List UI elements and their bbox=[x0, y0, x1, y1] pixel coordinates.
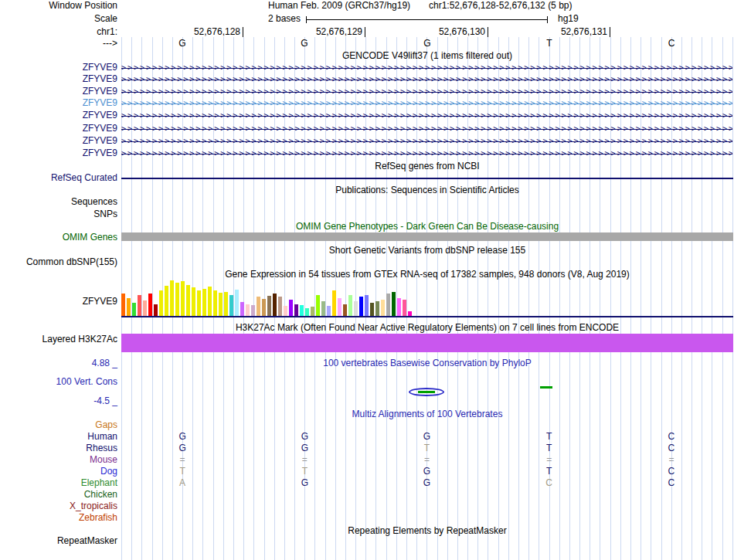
species-label-dog[interactable]: Dog bbox=[0, 467, 117, 477]
gtex-expression-bar[interactable] bbox=[267, 296, 271, 316]
gtex-expression-bar[interactable] bbox=[159, 290, 163, 316]
snps-track-label[interactable]: SNPs bbox=[0, 209, 117, 219]
gtex-expression-bar[interactable] bbox=[343, 304, 347, 316]
gtex-expression-bar[interactable] bbox=[154, 304, 158, 316]
gtex-expression-bar[interactable] bbox=[359, 297, 363, 316]
transcript-line[interactable]: >>>>>>>>>>>>>>>>>>>>>>>>>>>>>>>>>>>>>>>>… bbox=[121, 110, 732, 120]
species-label-zebrafish[interactable]: Zebrafish bbox=[0, 513, 117, 523]
gtex-expression-bar[interactable] bbox=[370, 303, 374, 316]
gtex-expression-bar[interactable] bbox=[300, 305, 304, 316]
gtex-expression-bar[interactable] bbox=[403, 300, 406, 316]
alignment-base: G bbox=[178, 432, 185, 442]
alignment-base: = bbox=[546, 455, 552, 465]
gtex-expression-bar[interactable] bbox=[354, 301, 358, 316]
gtex-expression-bar[interactable] bbox=[240, 302, 244, 316]
gtex-expression-bar[interactable] bbox=[208, 287, 212, 316]
gene-label-zfyve9-5[interactable]: ZFYVE9 bbox=[0, 110, 117, 120]
gtex-expression-bar[interactable] bbox=[170, 280, 174, 316]
transcript-line[interactable]: >>>>>>>>>>>>>>>>>>>>>>>>>>>>>>>>>>>>>>>>… bbox=[121, 124, 732, 134]
gtex-expression-bar[interactable] bbox=[365, 295, 369, 316]
gtex-expression-bar[interactable] bbox=[278, 297, 282, 316]
transcript-line[interactable]: >>>>>>>>>>>>>>>>>>>>>>>>>>>>>>>>>>>>>>>>… bbox=[121, 98, 732, 108]
gtex-expression-bar[interactable] bbox=[181, 281, 185, 316]
gene-label-zfyve9-8[interactable]: ZFYVE9 bbox=[0, 148, 117, 158]
gtex-expression-bar[interactable] bbox=[392, 292, 396, 316]
gtex-expression-bar[interactable] bbox=[235, 290, 239, 316]
gtex-expression-bar[interactable] bbox=[262, 299, 266, 316]
gene-label-zfyve9-2[interactable]: ZFYVE9 bbox=[0, 74, 117, 84]
transcript-line[interactable]: >>>>>>>>>>>>>>>>>>>>>>>>>>>>>>>>>>>>>>>>… bbox=[121, 87, 732, 97]
gtex-expression-bar[interactable] bbox=[229, 295, 233, 316]
gtex-expression-bar[interactable] bbox=[348, 295, 352, 316]
gtex-expression-bar[interactable] bbox=[251, 305, 255, 316]
scale-bar bbox=[306, 16, 548, 23]
species-label-gaps[interactable]: Gaps bbox=[0, 420, 117, 430]
h3k27ac-signal-bar[interactable] bbox=[121, 334, 733, 352]
gene-label-zfyve9-1[interactable]: ZFYVE9 bbox=[0, 63, 117, 73]
alignment-row-zebrafish bbox=[121, 513, 732, 523]
transcript-line[interactable]: >>>>>>>>>>>>>>>>>>>>>>>>>>>>>>>>>>>>>>>>… bbox=[121, 74, 732, 84]
gtex-expression-bar[interactable] bbox=[294, 304, 298, 316]
gtex-expression-bar[interactable] bbox=[284, 306, 287, 316]
gtex-expression-bar[interactable] bbox=[202, 289, 206, 316]
gene-label-zfyve9-7[interactable]: ZFYVE9 bbox=[0, 136, 117, 146]
transcript-line[interactable]: >>>>>>>>>>>>>>>>>>>>>>>>>>>>>>>>>>>>>>>>… bbox=[121, 136, 732, 146]
gtex-expression-bar[interactable] bbox=[332, 290, 336, 316]
refseq-curated-label[interactable]: RefSeq Curated bbox=[0, 173, 117, 183]
gene-label-zfyve9-4[interactable]: ZFYVE9 bbox=[0, 98, 117, 108]
species-label-mouse[interactable]: Mouse bbox=[0, 455, 117, 465]
gtex-expression-bar[interactable] bbox=[186, 285, 190, 316]
refseq-gene-line[interactable] bbox=[121, 178, 733, 179]
gtex-expression-bar[interactable] bbox=[192, 287, 195, 316]
position-text: chr1:52,676,128-52,676,132 (5 bp) bbox=[429, 1, 572, 11]
gtex-expression-bar[interactable] bbox=[381, 300, 385, 316]
alignment-base: = bbox=[668, 455, 674, 465]
gtex-expression-bar[interactable] bbox=[197, 290, 201, 316]
gtex-expression-bar[interactable] bbox=[138, 295, 141, 316]
gtex-expression-bar[interactable] bbox=[148, 294, 152, 316]
gtex-expression-bar[interactable] bbox=[375, 301, 379, 316]
gtex-expression-bar[interactable] bbox=[175, 283, 179, 316]
species-label-rhesus[interactable]: Rhesus bbox=[0, 443, 117, 453]
species-label-elephant[interactable]: Elephant bbox=[0, 478, 117, 488]
gtex-expression-bar[interactable] bbox=[224, 292, 228, 316]
gtex-expression-bar[interactable] bbox=[338, 298, 342, 316]
species-label-x-tropicalis[interactable]: X_tropicalis bbox=[0, 501, 117, 511]
gtex-expression-bar[interactable] bbox=[132, 303, 136, 316]
transcript-line[interactable]: >>>>>>>>>>>>>>>>>>>>>>>>>>>>>>>>>>>>>>>>… bbox=[121, 148, 732, 158]
layered-h3k27ac-label[interactable]: Layered H3K27Ac bbox=[0, 334, 117, 344]
omim-genes-label[interactable]: OMIM Genes bbox=[0, 232, 117, 243]
gtex-expression-bar[interactable] bbox=[246, 304, 250, 316]
gtex-expression-bar[interactable] bbox=[289, 300, 293, 316]
gtex-expression-bar[interactable] bbox=[321, 301, 325, 316]
repeatmasker-label[interactable]: RepeatMasker bbox=[0, 536, 117, 546]
gtex-expression-bar[interactable] bbox=[127, 298, 131, 316]
scale-label: Scale bbox=[0, 14, 117, 24]
sequences-track-label[interactable]: Sequences bbox=[0, 197, 117, 207]
alignment-row-dog: TTGTC bbox=[121, 467, 732, 477]
gtex-expression-bar[interactable] bbox=[386, 294, 390, 316]
species-label-chicken[interactable]: Chicken bbox=[0, 490, 117, 500]
species-label-human[interactable]: Human bbox=[0, 432, 117, 442]
omim-gene-bar[interactable] bbox=[121, 232, 733, 241]
gtex-expression-bar[interactable] bbox=[257, 297, 260, 316]
gtex-bars[interactable] bbox=[121, 280, 415, 316]
gene-label-zfyve9-6[interactable]: ZFYVE9 bbox=[0, 124, 117, 134]
gtex-expression-bar[interactable] bbox=[305, 308, 309, 316]
gtex-expression-bar[interactable] bbox=[121, 294, 125, 316]
gtex-expression-bar[interactable] bbox=[316, 295, 320, 316]
gtex-gene-label[interactable]: ZFYVE9 bbox=[0, 297, 117, 307]
gtex-expression-bar[interactable] bbox=[327, 306, 331, 316]
common-dbsnp-label[interactable]: Common dbSNP(155) bbox=[0, 257, 117, 267]
vert-cons-label[interactable]: 100 Vert. Cons bbox=[0, 377, 117, 387]
transcript-line[interactable]: >>>>>>>>>>>>>>>>>>>>>>>>>>>>>>>>>>>>>>>>… bbox=[121, 63, 732, 73]
gtex-expression-bar[interactable] bbox=[219, 293, 223, 316]
gtex-expression-bar[interactable] bbox=[165, 286, 168, 316]
gtex-expression-bar[interactable] bbox=[311, 307, 314, 316]
gene-label-zfyve9-3[interactable]: ZFYVE9 bbox=[0, 87, 117, 97]
gtex-expression-bar[interactable] bbox=[273, 294, 277, 316]
gtex-expression-bar[interactable] bbox=[143, 300, 147, 316]
gtex-expression-bar[interactable] bbox=[213, 290, 217, 316]
gtex-expression-bar[interactable] bbox=[397, 298, 401, 316]
alignment-base: G bbox=[301, 443, 308, 453]
